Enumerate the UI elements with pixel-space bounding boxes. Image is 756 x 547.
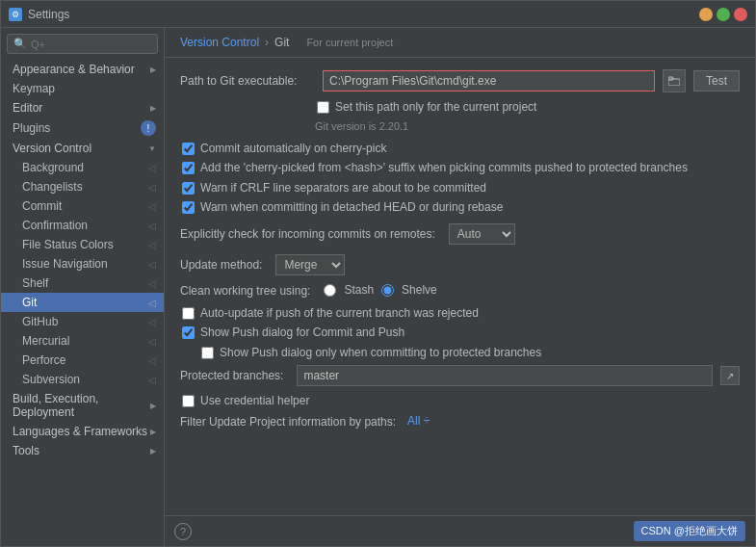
cherry-suffix-checkbox[interactable] bbox=[182, 162, 195, 174]
nav-icon: ◁ bbox=[148, 298, 156, 308]
sidebar-item-version-control[interactable]: Version Control bbox=[1, 139, 164, 158]
commit-cherry-pick-row: Commit automatically on cherry-pick bbox=[180, 142, 740, 157]
nav-icon: ◁ bbox=[148, 317, 156, 327]
auto-update-checkbox[interactable] bbox=[182, 307, 195, 320]
update-method-select[interactable]: Merge Rebase bbox=[275, 254, 345, 275]
browse-button[interactable] bbox=[663, 69, 686, 92]
sidebar-item-label: Git bbox=[22, 296, 37, 309]
clean-working-label: Clean working tree using: bbox=[180, 284, 310, 298]
nav-icon: ◁ bbox=[148, 182, 156, 193]
sidebar-item-background[interactable]: Background ◁ bbox=[1, 158, 164, 177]
sidebar-item-git[interactable]: Git ◁ bbox=[1, 293, 164, 312]
sidebar-item-subversion[interactable]: Subversion ◁ bbox=[1, 370, 164, 389]
sidebar-item-label: File Status Colors bbox=[22, 238, 114, 251]
sidebar-item-changelists[interactable]: Changelists ◁ bbox=[1, 177, 164, 196]
sidebar-item-label: Editor bbox=[13, 101, 42, 115]
warn-crlf-label: Warn if CRLF line separators are about t… bbox=[200, 181, 486, 196]
sidebar-item-editor[interactable]: Editor bbox=[1, 98, 164, 117]
warn-crlf-checkbox[interactable] bbox=[182, 182, 195, 195]
commit-cherry-pick-checkbox[interactable] bbox=[182, 143, 195, 155]
shelve-radio[interactable] bbox=[381, 284, 394, 297]
sidebar-item-label: Keymap bbox=[13, 82, 55, 95]
protected-branches-input[interactable] bbox=[297, 365, 713, 386]
path-input[interactable] bbox=[323, 70, 655, 91]
for-current-project: For current project bbox=[306, 37, 393, 48]
sidebar-item-label: Languages & Frameworks bbox=[13, 425, 147, 438]
nav-icon: ◁ bbox=[148, 355, 156, 366]
sidebar-item-build[interactable]: Build, Execution, Deployment bbox=[1, 389, 164, 422]
main-content: 🔍 Appearance & Behavior Keymap Editor Pl… bbox=[1, 28, 755, 546]
show-push-protected-label: Show Push dialog only when committing to… bbox=[220, 346, 541, 361]
cherry-suffix-row: Add the 'cherry-picked from <hash>' suff… bbox=[180, 161, 740, 176]
sidebar-item-issue-navigation[interactable]: Issue Navigation ◁ bbox=[1, 254, 164, 274]
sidebar-item-label: Confirmation bbox=[22, 219, 88, 232]
sidebar-item-label: Version Control bbox=[13, 142, 91, 155]
filter-value[interactable]: All ÷ bbox=[407, 414, 430, 430]
sidebar-item-appearance[interactable]: Appearance & Behavior bbox=[1, 60, 164, 79]
incoming-commits-select[interactable]: Auto Always Never bbox=[449, 223, 515, 245]
show-push-checkbox[interactable] bbox=[182, 326, 195, 339]
update-method-label: Update method: bbox=[180, 258, 262, 272]
window-title: Settings bbox=[28, 8, 69, 21]
path-label: Path to Git executable: bbox=[180, 74, 315, 88]
minimize-button[interactable] bbox=[699, 8, 713, 21]
warn-detached-row: Warn when committing in detached HEAD or… bbox=[180, 200, 740, 216]
sidebar-item-label: Changelists bbox=[22, 180, 83, 194]
test-button[interactable]: Test bbox=[693, 70, 740, 91]
expand-icon bbox=[150, 103, 156, 113]
expand-icon bbox=[150, 446, 156, 456]
sidebar-item-shelf[interactable]: Shelf ◁ bbox=[1, 274, 164, 293]
sidebar-item-github[interactable]: GitHub ◁ bbox=[1, 312, 164, 331]
sidebar-item-languages[interactable]: Languages & Frameworks bbox=[1, 422, 164, 441]
nav-icon: ◁ bbox=[148, 278, 156, 289]
update-method-row: Update method: Merge Rebase bbox=[180, 254, 740, 275]
expand-icon bbox=[150, 401, 156, 410]
warn-detached-label: Warn when committing in detached HEAD or… bbox=[200, 200, 503, 216]
use-credential-checkbox[interactable] bbox=[182, 395, 195, 407]
sidebar-item-label: GitHub bbox=[22, 315, 58, 328]
nav-icon: ◁ bbox=[148, 375, 156, 385]
sidebar-item-mercurial[interactable]: Mercurial ◁ bbox=[1, 331, 164, 351]
maximize-button[interactable] bbox=[717, 8, 730, 21]
sidebar-item-confirmation[interactable]: Confirmation ◁ bbox=[1, 216, 164, 235]
sidebar-item-perforce[interactable]: Perforce ◁ bbox=[1, 351, 164, 370]
title-bar-left: ⚙ Settings bbox=[9, 8, 69, 21]
set-path-only-label: Set this path only for the current proje… bbox=[335, 100, 536, 116]
sidebar-item-label: Issue Navigation bbox=[22, 257, 108, 271]
warn-crlf-row: Warn if CRLF line separators are about t… bbox=[180, 181, 740, 196]
sidebar-item-plugins[interactable]: Plugins ! bbox=[1, 117, 164, 139]
window-controls bbox=[699, 8, 747, 21]
sidebar-item-keymap[interactable]: Keymap bbox=[1, 79, 164, 98]
sidebar: 🔍 Appearance & Behavior Keymap Editor Pl… bbox=[1, 28, 165, 546]
sidebar-item-label: Tools bbox=[13, 444, 39, 457]
nav-icon: ◁ bbox=[148, 163, 156, 173]
sidebar-item-commit[interactable]: Commit ◁ bbox=[1, 196, 164, 216]
filter-row: Filter Update Project information by pat… bbox=[180, 414, 740, 430]
sidebar-item-label: Perforce bbox=[22, 353, 65, 367]
search-box[interactable]: 🔍 bbox=[7, 34, 158, 54]
protected-expand-button[interactable]: ↗ bbox=[720, 366, 740, 385]
sidebar-item-label: Build, Execution, Deployment bbox=[13, 392, 150, 419]
sidebar-item-file-status-colors[interactable]: File Status Colors ◁ bbox=[1, 235, 164, 254]
auto-update-row: Auto-update if push of the current branc… bbox=[180, 306, 740, 322]
sidebar-item-label: Appearance & Behavior bbox=[13, 63, 135, 76]
breadcrumb-parent[interactable]: Version Control bbox=[180, 36, 259, 49]
show-push-protected-row: Show Push dialog only when committing to… bbox=[180, 346, 740, 361]
shelve-label: Shelve bbox=[402, 283, 437, 299]
stash-radio[interactable] bbox=[324, 284, 336, 297]
sidebar-item-tools[interactable]: Tools bbox=[1, 441, 164, 460]
incoming-commits-row: Explicitly check for incoming commits on… bbox=[180, 223, 740, 245]
show-push-protected-checkbox[interactable] bbox=[201, 347, 214, 359]
close-button[interactable] bbox=[734, 8, 747, 21]
search-input[interactable] bbox=[31, 39, 151, 50]
help-button[interactable]: ? bbox=[174, 523, 192, 540]
nav-icon: ◁ bbox=[148, 259, 156, 270]
nav-icon: ◁ bbox=[148, 336, 156, 347]
sidebar-item-label: Plugins bbox=[13, 121, 50, 135]
show-push-row: Show Push dialog for Commit and Push bbox=[180, 326, 740, 341]
set-path-only-checkbox[interactable] bbox=[317, 101, 329, 114]
clean-working-row: Clean working tree using: Stash Shelve bbox=[180, 283, 740, 299]
warn-detached-checkbox[interactable] bbox=[182, 201, 195, 214]
watermark: CSDN @拒绝画大饼 bbox=[634, 521, 745, 541]
auto-update-label: Auto-update if push of the current branc… bbox=[200, 306, 479, 322]
